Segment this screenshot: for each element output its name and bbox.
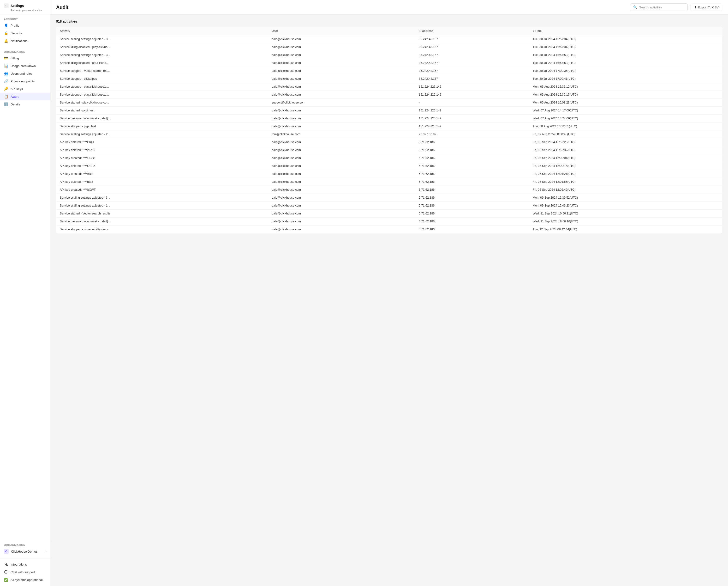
table-row[interactable]: API key created: ****hBl3 dale@clickhous… <box>56 170 722 178</box>
cell-user: dale@clickhouse.com <box>268 138 415 146</box>
cell-ip: 5.71.62.186 <box>415 162 529 170</box>
notifications-icon: 🔔 <box>4 39 8 43</box>
table-row[interactable]: Service stopped - clickpipes dale@clickh… <box>56 75 722 83</box>
cell-ip: 2.137.10.102 <box>415 130 529 138</box>
cell-activity: API key created: ****bXWT <box>56 186 268 194</box>
table-row[interactable]: Service stopped - play.clickhouse.c... d… <box>56 83 722 91</box>
cell-activity: Service started - play.clickhouse.co... <box>56 99 268 107</box>
sidebar-item-label: Security <box>10 31 22 35</box>
table-row[interactable]: API key deleted: ****2KnC dale@clickhous… <box>56 146 722 154</box>
profile-icon: 👤 <box>4 23 8 28</box>
table-row[interactable]: Service scaling settings adjusted - 3...… <box>56 51 722 59</box>
cell-ip: 5.71.62.186 <box>415 138 529 146</box>
cell-time: Fri, 06 Sep 2024 12:00:04(UTC) <box>529 154 722 162</box>
table-row[interactable]: Service started - Vector search results … <box>56 210 722 218</box>
column-header-activity: Activity <box>56 27 268 35</box>
sidebar-item-details[interactable]: ℹ️ Details <box>0 100 50 108</box>
sidebar-item-users-roles[interactable]: 👥 Users and roles <box>0 70 50 77</box>
sidebar-item-notifications[interactable]: 🔔 Notifications <box>0 37 50 45</box>
chat-icon: 💬 <box>4 570 8 574</box>
table-row[interactable]: Service scaling settings adjusted - 3...… <box>56 35 722 43</box>
export-csv-button[interactable]: ⬆ Export To CSV <box>691 4 722 11</box>
settings-subtitle[interactable]: Return to your service view <box>4 9 46 12</box>
table-row[interactable]: Service stopped - Vector search res... d… <box>56 67 722 75</box>
header-actions: 🔍 ⬆ Export To CSV <box>630 3 722 11</box>
cell-ip: 151.224.225.142 <box>415 83 529 91</box>
cell-ip: 85.242.48.167 <box>415 43 529 51</box>
cell-time: Tue, 30 Jul 2024 16:57:50(UTC) <box>529 59 722 67</box>
table-row[interactable]: API key deleted: ****OCB5 dale@clickhous… <box>56 162 722 170</box>
cell-activity: Service scaling settings adjusted - 3... <box>56 35 268 43</box>
activities-count: 918 activities <box>56 20 722 23</box>
table-row[interactable]: API key created: ****bXWT dale@clickhous… <box>56 186 722 194</box>
cell-time: Wed, 11 Sep 2024 10:56:11(UTC) <box>529 210 722 218</box>
cell-time: Mon, 05 Aug 2024 15:36:19(UTC) <box>529 91 722 99</box>
export-label: Export To CSV <box>698 5 719 9</box>
table-row[interactable]: Service password was reset - dale@... da… <box>56 218 722 225</box>
column-header-ip: IP address <box>415 27 529 35</box>
sidebar-item-profile[interactable]: 👤 Profile <box>0 22 50 29</box>
cell-activity: Service password was reset - dale@... <box>56 115 268 122</box>
cell-user: dale@clickhouse.com <box>268 210 415 218</box>
back-button[interactable]: ← <box>4 3 9 8</box>
table-row[interactable]: Service started - play.clickhouse.co... … <box>56 99 722 107</box>
sidebar-item-security[interactable]: 🔒 Security <box>0 29 50 37</box>
table-row[interactable]: Service password was reset - dale@... da… <box>56 115 722 122</box>
sidebar-item-billing[interactable]: 💳 Billing <box>0 54 50 62</box>
usage-icon: 📊 <box>4 64 8 68</box>
sidebar-item-label: All systems operational <box>10 578 43 582</box>
security-icon: 🔒 <box>4 31 8 35</box>
cell-user: dale@clickhouse.com <box>268 67 415 75</box>
cell-user: dale@clickhouse.com <box>268 83 415 91</box>
sidebar-item-audit[interactable]: 📋 Audit <box>0 93 50 100</box>
sidebar-item-clickhouse-demos[interactable]: C ClickHouse Demos › <box>0 547 50 556</box>
column-header-time[interactable]: ↓ Time <box>529 27 722 35</box>
sidebar-item-usage-breakdown[interactable]: 📊 Usage breakdown <box>0 62 50 70</box>
sidebar-item-private-endpoints[interactable]: 🔗 Private endpoints <box>0 77 50 85</box>
sidebar-item-chat-support[interactable]: 💬 Chat with support <box>0 568 50 576</box>
cell-user: dale@clickhouse.com <box>268 178 415 186</box>
sidebar-item-all-systems[interactable]: ✅ All systems operational <box>0 576 50 584</box>
systems-icon: ✅ <box>4 578 8 582</box>
activities-count-value: 918 activities <box>56 20 77 23</box>
table-row[interactable]: API key created: ****OCB5 dale@clickhous… <box>56 154 722 162</box>
org2-section: Organization C ClickHouse Demos › <box>0 540 50 558</box>
users-icon: 👥 <box>4 71 8 76</box>
integrations-icon: 🔌 <box>4 562 8 566</box>
table-row[interactable]: Service idling disabled - play.clickho..… <box>56 43 722 51</box>
cell-user: dale@clickhouse.com <box>268 43 415 51</box>
settings-title: Settings <box>10 4 24 8</box>
table-row[interactable]: Service stopped - play.clickhouse.c... d… <box>56 91 722 99</box>
cell-time: Mon, 05 Aug 2024 16:08:23(UTC) <box>529 99 722 107</box>
cell-user: dale@clickhouse.com <box>268 146 415 154</box>
table-row[interactable]: Service idling disabled - sql.clickho...… <box>56 59 722 67</box>
search-icon: 🔍 <box>633 5 637 9</box>
table-row[interactable]: Service scaling settings adjusted - 1...… <box>56 202 722 210</box>
cell-ip: 5.71.62.186 <box>415 202 529 210</box>
cell-user: dale@clickhouse.com <box>268 225 415 234</box>
cell-activity: Service stopped - clickpipes <box>56 75 268 83</box>
table-row[interactable]: Service started - pypi_test dale@clickho… <box>56 107 722 115</box>
cell-time: Tue, 30 Jul 2024 16:57:34(UTC) <box>529 35 722 43</box>
cell-activity: Service stopped - play.clickhouse.c... <box>56 91 268 99</box>
cell-user: dale@clickhouse.com <box>268 115 415 122</box>
cell-time: Wed, 07 Aug 2024 14:24:06(UTC) <box>529 115 722 122</box>
search-box[interactable]: 🔍 <box>630 3 688 11</box>
search-input[interactable] <box>639 5 684 9</box>
sidebar-bottom: 🔌 Integrations 💬 Chat with support ✅ All… <box>0 558 50 586</box>
sidebar-item-integrations[interactable]: 🔌 Integrations <box>0 561 50 568</box>
table-row[interactable]: API key deleted: ****CbzJ dale@clickhous… <box>56 138 722 146</box>
cell-activity: Service scaling settings adjusted - 3... <box>56 194 268 202</box>
table-row[interactable]: Service stopped - pypi_test dale@clickho… <box>56 122 722 130</box>
cell-activity: API key deleted: ****OCB5 <box>56 162 268 170</box>
table-row[interactable]: API key deleted: ****hBl3 dale@clickhous… <box>56 178 722 186</box>
sidebar-item-api-keys[interactable]: 🔑 API keys <box>0 85 50 93</box>
cell-user: dale@clickhouse.com <box>268 194 415 202</box>
cell-time: Mon, 09 Sep 2024 15:39:52(UTC) <box>529 194 722 202</box>
table-row[interactable]: Service stopped - observability-demo dal… <box>56 225 722 234</box>
table-row[interactable]: Service scaling settings adjusted - 2...… <box>56 130 722 138</box>
table-row[interactable]: Service scaling settings adjusted - 3...… <box>56 194 722 202</box>
sidebar-item-label: Billing <box>10 56 19 60</box>
cell-activity: Service password was reset - dale@... <box>56 218 268 225</box>
page-title: Audit <box>56 5 69 10</box>
